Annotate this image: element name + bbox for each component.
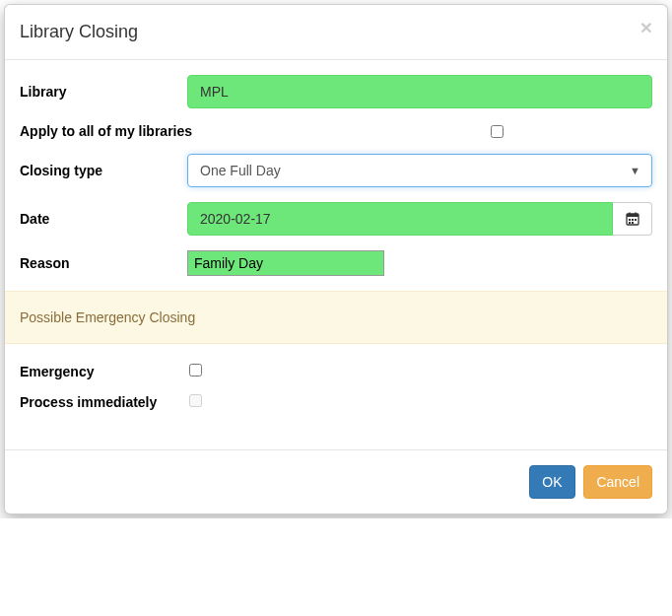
dialog-body: Library MPL Apply to all of my libraries… (5, 60, 667, 410)
dialog-header: Library Closing × (5, 5, 667, 60)
process-label: Process immediately (20, 394, 187, 410)
ok-button[interactable]: OK (529, 465, 574, 499)
date-picker-button[interactable] (613, 202, 652, 236)
svg-rect-2 (629, 213, 631, 216)
apply-all-row: Apply to all of my libraries (20, 123, 652, 139)
emergency-checkbox[interactable] (189, 364, 202, 376)
close-icon: × (640, 16, 652, 38)
date-label: Date (20, 211, 187, 227)
close-button[interactable]: × (640, 17, 652, 37)
date-field[interactable]: 2020-02-17 (187, 202, 613, 236)
process-row: Process immediately (20, 394, 652, 410)
svg-rect-6 (635, 219, 637, 221)
emergency-label: Emergency (20, 364, 187, 379)
library-closing-dialog: Library Closing × Library MPL Apply to a… (4, 4, 668, 514)
svg-rect-5 (632, 219, 634, 221)
reason-row: Reason (20, 250, 652, 276)
svg-rect-4 (629, 219, 631, 221)
cancel-button[interactable]: Cancel (583, 465, 652, 499)
reason-label: Reason (20, 255, 187, 271)
svg-rect-7 (629, 222, 631, 224)
dialog-footer: OK Cancel (5, 449, 667, 513)
process-immediately-checkbox[interactable] (189, 394, 202, 407)
closing-type-select[interactable]: One Full Day (187, 154, 652, 187)
library-row: Library MPL (20, 75, 652, 108)
apply-all-checkbox[interactable] (491, 125, 504, 138)
emergency-row: Emergency (20, 364, 652, 379)
reason-input[interactable] (187, 250, 384, 276)
closing-type-label: Closing type (20, 163, 187, 178)
svg-rect-1 (627, 214, 638, 217)
emergency-section-header: Possible Emergency Closing (5, 291, 667, 344)
library-label: Library (20, 84, 187, 100)
date-row: Date 2020-02-17 (20, 202, 652, 236)
library-field[interactable]: MPL (187, 75, 652, 108)
apply-all-label: Apply to all of my libraries (20, 123, 341, 139)
dialog-title: Library Closing (20, 20, 652, 44)
closing-type-row: Closing type One Full Day ▼ (20, 154, 652, 187)
calendar-icon (626, 212, 639, 226)
svg-rect-8 (632, 222, 634, 224)
svg-rect-3 (635, 213, 637, 216)
